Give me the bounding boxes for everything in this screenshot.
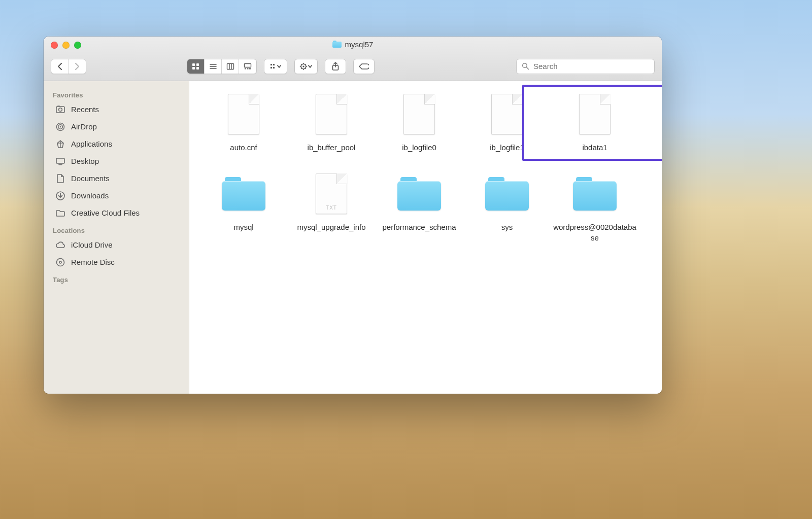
sidebar-item-documents[interactable]: Documents	[44, 170, 189, 187]
titlebar: mysql57	[44, 37, 662, 81]
file-grid: auto.cnfib_buffer_poolib_logfile0ib_logf…	[200, 90, 651, 243]
svg-rect-2	[192, 67, 195, 70]
action-button[interactable]	[295, 59, 317, 74]
svg-rect-7	[227, 63, 233, 69]
sidebar-item-desktop[interactable]: Desktop	[44, 153, 189, 170]
finder-window: mysql57	[44, 37, 662, 394]
svg-point-41	[57, 259, 64, 266]
file-item[interactable]: auto.cnf	[200, 90, 287, 153]
svg-rect-38	[56, 158, 64, 163]
folder-icon	[397, 170, 441, 218]
window-title-text: mysql57	[345, 40, 374, 49]
view-icon-mode[interactable]	[187, 59, 205, 74]
file-icon	[222, 90, 265, 138]
svg-line-30	[527, 67, 529, 70]
sidebar-header: Tags	[44, 274, 189, 286]
file-label: performance_schema	[382, 222, 456, 232]
documents-icon	[55, 174, 66, 184]
sidebar: FavoritesRecentsAirDropApplicationsDeskt…	[44, 81, 189, 394]
file-item[interactable]: sys	[464, 170, 550, 243]
file-item[interactable]: mysql	[200, 170, 287, 243]
close-button[interactable]	[51, 42, 58, 49]
sidebar-item-downloads[interactable]: Downloads	[44, 187, 189, 204]
file-item[interactable]: ib_buffer_pool	[288, 90, 375, 153]
downloads-icon	[55, 191, 66, 201]
applications-icon	[55, 139, 66, 149]
file-label: auto.cnf	[230, 142, 257, 153]
sidebar-item-airdrop[interactable]: AirDrop	[44, 118, 189, 135]
sidebar-item-label: Downloads	[71, 190, 109, 202]
svg-rect-14	[270, 64, 272, 65]
file-icon	[485, 90, 529, 138]
file-item[interactable]: ib_logfile0	[376, 90, 462, 153]
svg-line-24	[301, 64, 302, 64]
sidebar-item-remote-disc[interactable]: Remote Disc	[44, 254, 189, 271]
folder-icon	[55, 208, 66, 218]
airdrop-icon	[55, 122, 66, 132]
svg-rect-11	[245, 68, 246, 69]
minimize-button[interactable]	[62, 42, 70, 49]
content-area[interactable]: auto.cnfib_buffer_poolib_logfile0ib_logf…	[189, 81, 662, 394]
file-item[interactable]: mysql_upgrade_info	[288, 170, 375, 243]
back-button[interactable]	[51, 59, 69, 74]
sidebar-item-label: Desktop	[71, 155, 99, 167]
file-label: ib_buffer_pool	[308, 142, 356, 153]
file-label: ib_logfile0	[402, 142, 436, 153]
nav-buttons	[51, 59, 86, 74]
folder-icon	[573, 170, 617, 218]
svg-point-32	[59, 108, 62, 112]
file-label: ibdata1	[582, 142, 607, 153]
sidebar-header: Favorites	[44, 89, 189, 101]
folder-icon	[485, 170, 529, 218]
sidebar-item-label: iCloud Drive	[71, 239, 113, 251]
toolbar	[44, 52, 662, 81]
view-gallery-mode[interactable]	[239, 59, 256, 74]
view-mode-group	[187, 59, 257, 74]
search-input[interactable]	[533, 62, 649, 71]
desktop-icon	[55, 156, 66, 166]
sidebar-item-creative-cloud-files[interactable]: Creative Cloud Files	[44, 204, 189, 222]
sidebar-header: Locations	[44, 225, 189, 236]
svg-rect-12	[247, 68, 249, 69]
forward-button[interactable]	[69, 59, 86, 74]
file-item[interactable]: performance_schema	[376, 170, 462, 243]
sidebar-item-label: Documents	[71, 172, 110, 185]
svg-rect-15	[273, 64, 275, 65]
file-item[interactable]: ib_logfile1	[464, 90, 550, 153]
folder-icon	[222, 170, 265, 218]
cloud-icon	[55, 240, 66, 250]
sidebar-item-label: AirDrop	[71, 121, 97, 133]
share-button[interactable]	[325, 59, 346, 74]
svg-line-26	[301, 68, 302, 68]
arrange-group	[264, 59, 287, 74]
svg-point-42	[59, 261, 61, 263]
search-icon	[522, 62, 529, 70]
svg-rect-17	[273, 67, 275, 68]
svg-rect-1	[196, 63, 199, 66]
sidebar-item-applications[interactable]: Applications	[44, 135, 189, 153]
search-box[interactable]	[516, 59, 655, 74]
file-icon	[397, 90, 441, 138]
file-item[interactable]: ibdata1	[552, 90, 638, 153]
file-item[interactable]: wordpress@0020database	[552, 170, 638, 243]
folder-icon	[332, 41, 342, 48]
view-column-mode[interactable]	[222, 59, 239, 74]
disc-icon	[55, 257, 66, 267]
file-label: sys	[501, 222, 513, 232]
zoom-button[interactable]	[74, 42, 81, 49]
view-list-mode[interactable]	[205, 59, 222, 74]
sidebar-item-icloud-drive[interactable]: iCloud Drive	[44, 236, 189, 254]
tags-button[interactable]	[353, 59, 375, 74]
svg-rect-13	[249, 68, 251, 69]
svg-line-25	[305, 68, 306, 68]
sidebar-item-recents[interactable]: Recents	[44, 101, 189, 118]
traffic-lights	[51, 42, 81, 49]
sidebar-item-label: Remote Disc	[71, 256, 115, 268]
arrange-button[interactable]	[264, 59, 287, 74]
text-file-icon	[310, 170, 353, 218]
sidebar-item-label: Recents	[71, 103, 99, 116]
svg-rect-16	[270, 67, 272, 68]
file-label: mysql	[233, 222, 253, 232]
window-title: mysql57	[332, 40, 374, 49]
sidebar-item-label: Applications	[71, 138, 112, 150]
